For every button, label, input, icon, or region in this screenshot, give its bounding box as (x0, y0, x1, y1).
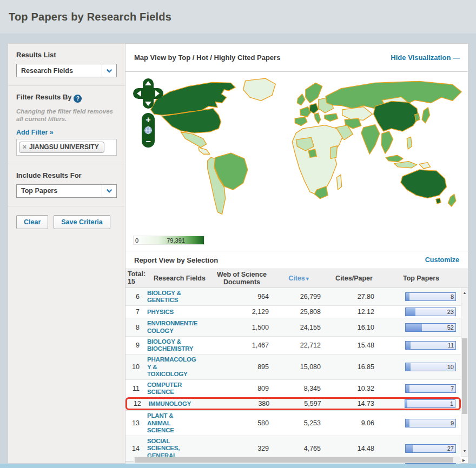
top-papers-cell: 9 (382, 419, 460, 427)
world-map[interactable]: + − 0 79,391 (125, 72, 468, 251)
table-row[interactable]: 10PHARMACOLOG Y & TOXICOLOGY89515,08016.… (125, 354, 461, 379)
filter-tag-box: × JIANGSU UNIVERSITY (16, 139, 117, 156)
column-header-top-papers[interactable]: Top Papers (382, 275, 460, 282)
zoom-control[interactable]: + − (142, 113, 155, 148)
report-view-title: Report View by Selection (134, 256, 218, 264)
top-papers-value: 27 (447, 445, 454, 452)
top-papers-value: 11 (448, 342, 454, 349)
top-papers-bar-fill (406, 363, 411, 371)
cites-cell: 8,345 (272, 385, 326, 392)
field-link[interactable]: BIOLOGY & BIOCHEMISTRY (147, 338, 193, 352)
top-papers-value: 8 (451, 293, 454, 300)
wos-documents-cell: 895 (212, 363, 272, 371)
cites-per-paper-cell: 14.73 (326, 400, 382, 407)
field-link[interactable]: PHARMACOLOG Y & TOXICOLOGY (147, 356, 196, 378)
map-controls[interactable]: + − (133, 77, 163, 152)
top-papers-bar-fill (406, 342, 411, 349)
scroll-right-icon[interactable]: ▶ (460, 457, 468, 463)
include-results-dropdown[interactable]: Top Papers (16, 184, 117, 198)
save-criteria-button[interactable]: Save Criteria (54, 215, 110, 229)
table-row[interactable]: 13PLANT & ANIMAL SCIENCE5805,2539.069 (125, 410, 461, 436)
table-row[interactable]: 7PHYSICS2,12925,80812.1223 (125, 305, 461, 318)
wos-documents-cell: 1,500 (212, 324, 272, 331)
table-row[interactable]: 12IMMUNOLOGY3805,59714.731 (125, 397, 461, 410)
chevron-down-icon[interactable] (102, 185, 116, 197)
horizontal-scrollbar[interactable]: ◀ ▶ (125, 456, 468, 463)
top-papers-cell: 1 (382, 399, 459, 408)
top-papers-value: 7 (451, 385, 454, 392)
rank-cell: 7 (125, 308, 147, 316)
table-row[interactable]: 9BIOLOGY & BIOCHEMISTRY1,46722,71215.481… (125, 336, 461, 354)
top-papers-cell: 52 (382, 323, 460, 332)
filter-tag-label: JIANGSU UNIVERSITY (29, 143, 99, 151)
rank-cell: 8 (125, 324, 147, 331)
column-header-cites[interactable]: Cites▾ (272, 275, 326, 282)
page-title: Top Papers by Research Fields (9, 11, 171, 23)
pan-control[interactable] (133, 78, 163, 109)
help-icon[interactable]: ? (74, 95, 82, 103)
vertical-scrollbar[interactable]: ▲ ▼ (461, 288, 468, 456)
hide-visualization-link[interactable]: Hide Visualization — (391, 54, 459, 62)
region-india (361, 125, 380, 155)
cites-cell: 5,253 (272, 419, 326, 427)
scroll-down-icon[interactable]: ▼ (461, 447, 468, 455)
choropleth-map[interactable] (141, 75, 468, 225)
sidebar: Results List Research Fields Filter Resu… (8, 43, 125, 464)
table-row[interactable]: 6BIOLOGY & GENETICS96426,79927.808 (125, 288, 461, 305)
results-table: Total: 15 Research Fields Web of Science… (125, 269, 468, 463)
horizontal-scrollbar-track[interactable] (134, 457, 460, 463)
rank-cell: 11 (125, 385, 147, 392)
field-cell: ENVIRONMENT/E COLOGY (147, 320, 212, 334)
region-indochina (381, 131, 393, 153)
add-filter-link[interactable]: Add Filter » (16, 129, 54, 136)
customize-link[interactable]: Customize (425, 256, 459, 264)
region-greenland (243, 78, 276, 101)
column-header-research-fields[interactable]: Research Fields (147, 275, 212, 282)
map-view-title: Map View by Top / Hot / Highly Cited Pap… (134, 54, 280, 62)
field-link[interactable]: IMMUNOLOGY (149, 400, 191, 407)
field-link[interactable]: ENVIRONMENT/E COLOGY (147, 320, 197, 334)
cites-cell: 22,712 (272, 342, 326, 349)
cites-per-paper-cell: 14.48 (326, 445, 382, 452)
filter-tag[interactable]: × JIANGSU UNIVERSITY (19, 142, 104, 153)
field-cell: PHARMACOLOG Y & TOXICOLOGY (147, 356, 212, 378)
chevron-down-icon[interactable] (102, 64, 116, 77)
wos-documents-cell: 329 (212, 445, 272, 452)
map-legend: 0 79,391 (133, 236, 204, 245)
table-row[interactable]: 8ENVIRONMENT/E COLOGY1,50024,15516.1052 (125, 318, 461, 336)
wos-documents-cell: 809 (212, 385, 272, 392)
scroll-up-icon[interactable]: ▲ (461, 289, 468, 297)
field-link[interactable]: PHYSICS (147, 309, 174, 316)
field-cell: BIOLOGY & BIOCHEMISTRY (147, 338, 212, 352)
field-cell: PLANT & ANIMAL SCIENCE (147, 412, 212, 434)
wos-documents-cell: 964 (212, 293, 272, 300)
field-link[interactable]: PLANT & ANIMAL SCIENCE (147, 412, 174, 434)
filter-note: Changing the filter field removes all cu… (16, 108, 117, 123)
column-header-wos-documents[interactable]: Web of Science Documents (212, 271, 272, 286)
top-papers-bar-fill (406, 308, 415, 316)
bottom-strip (0, 464, 476, 468)
region-central-america (199, 148, 210, 154)
top-papers-bar: 9 (405, 419, 456, 427)
field-link[interactable]: SOCIAL SCIENCES, GENERAL (147, 438, 180, 459)
cites-cell: 5,597 (272, 400, 326, 407)
region-turkey (325, 113, 338, 121)
horizontal-scrollbar-thumb[interactable] (135, 457, 453, 463)
column-header-cites-per-paper[interactable]: Cites/Paper (326, 275, 382, 282)
field-link[interactable]: COMPUTER SCIENCE (147, 382, 182, 396)
clear-button[interactable]: Clear (16, 215, 48, 229)
region-africa (292, 125, 342, 196)
field-link[interactable]: BIOLOGY & GENETICS (147, 290, 181, 304)
table-row[interactable]: 11COMPUTER SCIENCE8098,34510.327 (125, 379, 461, 397)
field-cell: SOCIAL SCIENCES, GENERAL (147, 438, 212, 459)
rank-cell: 6 (125, 293, 147, 300)
rank-cell: 10 (125, 363, 147, 371)
vertical-scrollbar-thumb[interactable] (462, 338, 467, 414)
region-central-asia (342, 107, 373, 121)
top-papers-value: 10 (447, 364, 454, 370)
field-cell: BIOLOGY & GENETICS (147, 290, 212, 304)
filter-label: Filter Results By (16, 93, 72, 101)
results-list-dropdown[interactable]: Research Fields (16, 64, 117, 77)
region-new-guinea (419, 163, 431, 169)
remove-filter-icon[interactable]: × (23, 143, 27, 151)
